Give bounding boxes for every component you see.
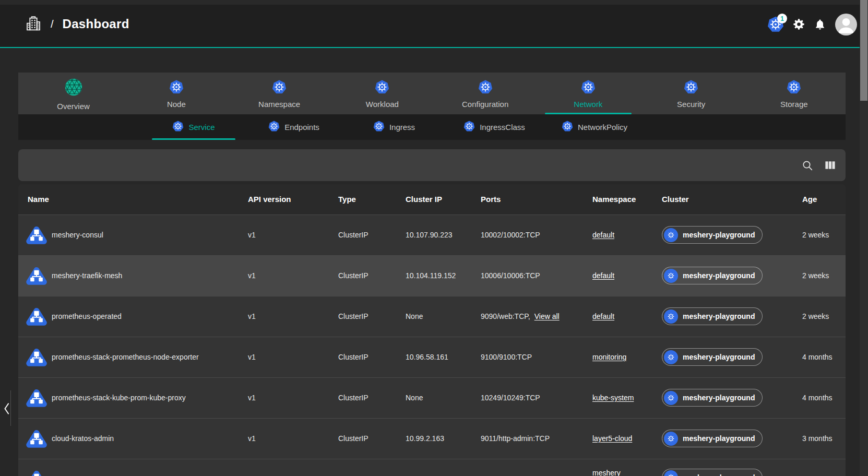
kubernetes-icon bbox=[375, 80, 389, 97]
service-row[interactable]: cloud-kratos-admin v1 ClusterIP 10.99.2.… bbox=[18, 418, 846, 459]
cluster-chip[interactable]: meshery-playground bbox=[662, 389, 763, 407]
user-avatar[interactable] bbox=[835, 14, 857, 35]
resource-tab[interactable]: Node bbox=[125, 73, 228, 114]
kubernetes-icon bbox=[664, 470, 678, 476]
column-header[interactable]: Ports bbox=[471, 184, 583, 215]
collapse-drawer-chevron-icon[interactable] bbox=[2, 401, 10, 418]
column-header[interactable]: Cluster bbox=[652, 184, 793, 215]
drawer-divider bbox=[10, 390, 11, 426]
kubernetes-icon bbox=[562, 121, 573, 134]
service-row[interactable]: meshery meshery-playground bbox=[18, 459, 846, 476]
cluster-chip[interactable]: meshery-playground bbox=[662, 430, 763, 447]
api-version-cell: v1 bbox=[239, 418, 329, 459]
search-icon[interactable] bbox=[801, 159, 814, 172]
column-header[interactable]: Name bbox=[18, 184, 239, 215]
kubernetes-icon bbox=[664, 269, 678, 283]
type-cell: ClusterIP bbox=[329, 337, 396, 377]
notifications-bell-icon[interactable] bbox=[814, 18, 826, 33]
scrollbar-thumb[interactable] bbox=[860, 0, 867, 101]
cluster-ip-cell: None bbox=[396, 296, 471, 337]
service-row[interactable]: prometheus-stack-kube-prom-kube-proxy v1… bbox=[18, 377, 846, 418]
namespace-cell: default bbox=[583, 296, 652, 337]
age-cell: 4 months bbox=[793, 377, 846, 418]
service-name: prometheus-stack-prometheus-node-exporte… bbox=[52, 353, 199, 361]
subtab[interactable]: Endpoints bbox=[244, 114, 344, 140]
namespace-cell: monitoring bbox=[583, 337, 652, 377]
cluster-chip[interactable]: meshery-playground bbox=[662, 469, 763, 476]
table-toolbar bbox=[18, 149, 846, 181]
meshery-logo-icon bbox=[64, 78, 83, 99]
service-row[interactable]: prometheus-stack-prometheus-node-exporte… bbox=[18, 337, 846, 377]
kubernetes-context-button[interactable]: 1 bbox=[767, 16, 784, 33]
resource-tabbar: Overview Node Namespace Workload Configu… bbox=[18, 73, 846, 114]
namespace-link[interactable]: default bbox=[592, 312, 614, 320]
column-header[interactable]: Cluster IP bbox=[396, 184, 471, 215]
settings-gear-icon[interactable] bbox=[792, 18, 805, 33]
page-scrollbar[interactable] bbox=[860, 0, 868, 476]
cluster-cell: meshery-playground bbox=[652, 337, 793, 377]
namespace-link[interactable]: default bbox=[592, 271, 614, 280]
age-cell: 2 weeks bbox=[793, 255, 846, 296]
api-version-cell bbox=[239, 459, 329, 476]
kubernetes-icon bbox=[463, 121, 475, 134]
ports-cell: 9100/9100:TCP bbox=[471, 337, 583, 377]
breadcrumb-separator: / bbox=[51, 18, 54, 30]
resource-tab[interactable]: Network bbox=[537, 73, 639, 114]
view-columns-icon[interactable] bbox=[824, 159, 836, 171]
api-version-cell: v1 bbox=[239, 215, 329, 255]
ports-cell: 10249/10249:TCP bbox=[471, 377, 583, 418]
service-row[interactable]: prometheus-operated v1 ClusterIP None 90… bbox=[18, 296, 846, 337]
subtab[interactable]: Service bbox=[144, 114, 244, 140]
subtab[interactable]: Ingress bbox=[344, 114, 444, 140]
service-row[interactable]: meshery-consul v1 ClusterIP 10.107.90.22… bbox=[18, 215, 846, 255]
namespace-link[interactable]: kube-system bbox=[592, 394, 634, 402]
column-header[interactable]: Type bbox=[329, 184, 396, 215]
kubernetes-icon bbox=[169, 80, 184, 97]
cluster-cell: meshery-playground bbox=[652, 459, 793, 476]
resource-tab[interactable]: Namespace bbox=[228, 73, 331, 114]
cluster-cell: meshery-playground bbox=[652, 418, 793, 459]
ports-cell: 10006/10006:TCP bbox=[471, 255, 583, 296]
services-table: NameAPI versionTypeCluster IPPortsNamesp… bbox=[18, 184, 846, 476]
age-cell: 3 months bbox=[793, 418, 846, 459]
resource-tab[interactable]: Configuration bbox=[434, 73, 537, 114]
resource-tab[interactable]: Security bbox=[640, 73, 743, 114]
namespace-cell: layer5-cloud bbox=[583, 418, 652, 459]
type-cell: ClusterIP bbox=[329, 255, 396, 296]
organization-icon[interactable] bbox=[25, 16, 42, 32]
column-header[interactable]: Age bbox=[793, 184, 846, 215]
view-all-ports-link[interactable]: View all bbox=[534, 312, 560, 320]
namespace-link[interactable]: meshery bbox=[592, 469, 621, 476]
namespace-link[interactable]: layer5-cloud bbox=[592, 434, 632, 443]
namespace-link[interactable]: monitoring bbox=[592, 353, 626, 361]
kubernetes-icon bbox=[664, 350, 678, 364]
service-name: meshery-consul bbox=[52, 231, 103, 239]
cluster-chip[interactable]: meshery-playground bbox=[662, 267, 763, 284]
cluster-cell: meshery-playground bbox=[652, 296, 793, 337]
column-header[interactable]: Namespace bbox=[583, 184, 652, 215]
cluster-chip[interactable]: meshery-playground bbox=[662, 226, 763, 244]
kubernetes-icon bbox=[684, 80, 698, 97]
cluster-chip[interactable]: meshery-playground bbox=[662, 348, 763, 366]
age-cell: 2 weeks bbox=[793, 296, 846, 337]
cluster-ip-cell: 10.96.58.161 bbox=[396, 337, 471, 377]
column-header[interactable]: API version bbox=[239, 184, 329, 215]
subtab[interactable]: IngressClass bbox=[444, 114, 544, 140]
resource-tab[interactable]: Overview bbox=[22, 73, 125, 114]
kubernetes-icon bbox=[664, 432, 678, 446]
api-version-cell: v1 bbox=[239, 296, 329, 337]
service-name: prometheus-stack-kube-prom-kube-proxy bbox=[52, 394, 186, 402]
api-version-cell: v1 bbox=[239, 337, 329, 377]
kubernetes-icon bbox=[581, 80, 596, 97]
cluster-chip[interactable]: meshery-playground bbox=[662, 307, 763, 325]
service-row[interactable]: meshery-traefik-mesh v1 ClusterIP 10.104… bbox=[18, 255, 846, 296]
resource-tab[interactable]: Storage bbox=[743, 73, 846, 114]
type-cell bbox=[329, 459, 396, 476]
service-icon bbox=[26, 265, 47, 286]
resource-tab[interactable]: Workload bbox=[331, 73, 434, 114]
age-cell: 4 months bbox=[793, 337, 846, 377]
cluster-ip-cell: 10.104.119.152 bbox=[396, 255, 471, 296]
namespace-link[interactable]: default bbox=[592, 231, 614, 239]
subtab[interactable]: NetworkPolicy bbox=[544, 114, 645, 140]
service-icon bbox=[26, 306, 47, 327]
